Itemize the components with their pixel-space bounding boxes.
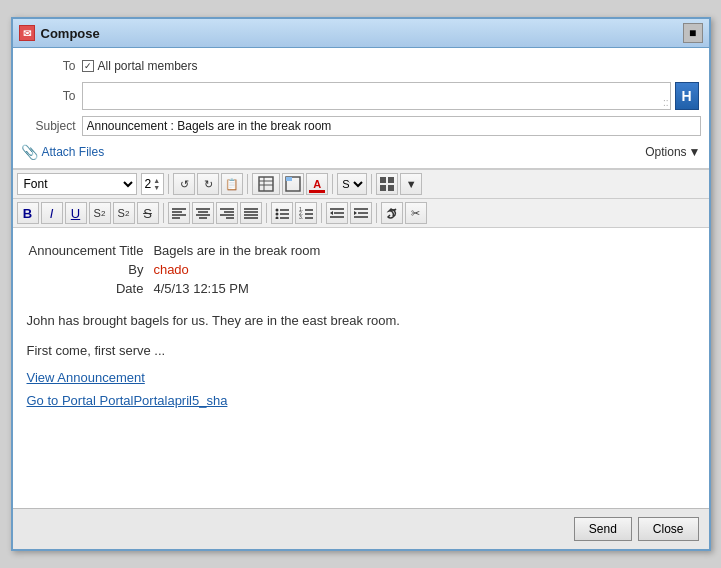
to-input-wrapper: :: H [82, 82, 671, 110]
svg-rect-7 [388, 177, 394, 183]
body-text-1: John has brought bagels for us. They are… [27, 311, 695, 331]
window-title: Compose [41, 26, 100, 41]
font-select-group: Font [17, 173, 139, 195]
title-bar: ✉ Compose ■ [13, 19, 709, 48]
separator-4 [371, 174, 372, 194]
separator-7 [321, 203, 322, 223]
compose-window: ✉ Compose ■ To ✓ All portal members To :… [11, 17, 711, 551]
to2-label: To [21, 89, 76, 103]
to-row-2: To :: H [21, 82, 701, 110]
indent-button[interactable] [350, 202, 372, 224]
svg-rect-0 [259, 177, 273, 191]
ann-by-label: By [29, 261, 152, 278]
ann-date-value: 4/5/13 12:15 PM [153, 280, 328, 297]
options-button[interactable]: Options ▼ [645, 145, 700, 159]
subscript-button[interactable]: S2 [89, 202, 111, 224]
ann-title-row: Announcement Title Bagels are in the bre… [29, 242, 329, 259]
title-icon: ✉ [19, 25, 35, 41]
ordered-list-button[interactable]: 1.2.3. [295, 202, 317, 224]
subject-row: Subject [21, 114, 701, 138]
ann-date-row: Date 4/5/13 12:15 PM [29, 280, 329, 297]
align-justify-button[interactable] [240, 202, 262, 224]
body-text-2: First come, first serve ... [27, 341, 695, 361]
undo-button[interactable]: ↺ [173, 173, 195, 195]
styles-select[interactable]: Styles [338, 177, 366, 191]
options-label: Options [645, 145, 686, 159]
remove-link-button[interactable]: ✂ [405, 202, 427, 224]
attach-files-button[interactable]: 📎 Attach Files [21, 144, 105, 160]
font-family-select[interactable]: Font [17, 173, 137, 195]
svg-point-26 [275, 209, 278, 212]
insert-grid-button[interactable] [376, 173, 398, 195]
font-color-underline [309, 190, 325, 193]
svg-point-28 [275, 213, 278, 216]
svg-rect-6 [380, 177, 386, 183]
svg-rect-5 [286, 177, 292, 181]
size-up-icon: ▲ [153, 177, 160, 184]
separator-3 [332, 174, 333, 194]
underline-button[interactable]: U [65, 202, 87, 224]
separator-2 [247, 174, 248, 194]
outdent-button[interactable] [326, 202, 348, 224]
footer: Send Close [13, 508, 709, 549]
ann-date-label: Date [29, 280, 152, 297]
send-button[interactable]: Send [574, 517, 632, 541]
svg-marker-41 [330, 211, 333, 215]
attach-row: 📎 Attach Files Options ▼ [21, 142, 701, 162]
table-insert-button[interactable] [252, 173, 280, 195]
font-size-value: 2 [145, 177, 152, 191]
subject-label: Subject [21, 119, 76, 133]
align-center-button[interactable] [192, 202, 214, 224]
all-members-checkbox[interactable]: ✓ [82, 60, 94, 72]
unordered-list-button[interactable] [271, 202, 293, 224]
bold-button[interactable]: B [17, 202, 39, 224]
svg-rect-9 [388, 185, 394, 191]
close-button[interactable]: Close [638, 517, 699, 541]
author-link[interactable]: chado [153, 262, 188, 277]
form-area: To ✓ All portal members To :: H Subject … [13, 48, 709, 169]
font-color-button[interactable]: A [306, 173, 328, 195]
ann-title-value: Bagels are in the break room [153, 242, 328, 259]
font-size-stepper[interactable]: ▲ ▼ [153, 177, 160, 191]
go-to-portal-link[interactable]: Go to Portal PortalPortalapril5_sha [27, 393, 695, 408]
svg-point-30 [275, 217, 278, 220]
font-size-box: 2 ▲ ▼ [141, 173, 165, 195]
superscript-button[interactable]: S2 [113, 202, 135, 224]
paste-button[interactable]: 📋 [221, 173, 243, 195]
view-announcement-link[interactable]: View Announcement [27, 370, 695, 385]
separator-1 [168, 174, 169, 194]
close-window-button[interactable]: ■ [683, 23, 703, 43]
to-row-1: To ✓ All portal members [21, 54, 701, 78]
insert-link-button[interactable] [381, 202, 403, 224]
ann-title-label: Announcement Title [29, 242, 152, 259]
drag-handle: :: [663, 97, 669, 108]
attach-label: Attach Files [42, 145, 105, 159]
to-label: To [21, 59, 76, 73]
subject-input[interactable] [82, 116, 701, 136]
all-members-text: All portal members [98, 59, 198, 73]
svg-rect-8 [380, 185, 386, 191]
separator-8 [376, 203, 377, 223]
font-color-icon: A [313, 178, 321, 190]
announcement-details-table: Announcement Title Bagels are in the bre… [27, 240, 331, 299]
redo-button[interactable]: ↻ [197, 173, 219, 195]
toolbar-row-1: Font 2 ▲ ▼ ↺ ↻ 📋 A Styles [13, 169, 709, 199]
align-right-button[interactable] [216, 202, 238, 224]
to-all-members-line: ✓ All portal members [82, 59, 198, 73]
separator-6 [266, 203, 267, 223]
h-button[interactable]: H [675, 82, 699, 110]
ann-by-row: By chado [29, 261, 329, 278]
strikethrough-button[interactable]: S [137, 202, 159, 224]
paperclip-icon: 📎 [21, 144, 38, 160]
toolbar-row-2: B I U S2 S2 S 1.2.3. [13, 199, 709, 228]
content-area: Announcement Title Bagels are in the bre… [13, 228, 709, 508]
table-props-button[interactable] [282, 173, 304, 195]
styles-dropdown-button[interactable]: Styles [337, 173, 367, 195]
to-input-box: :: [82, 82, 671, 110]
more-button[interactable]: ▼ [400, 173, 422, 195]
align-left-button[interactable] [168, 202, 190, 224]
size-down-icon: ▼ [153, 184, 160, 191]
svg-text:3.: 3. [299, 214, 303, 219]
title-bar-left: ✉ Compose [19, 25, 100, 41]
italic-button[interactable]: I [41, 202, 63, 224]
